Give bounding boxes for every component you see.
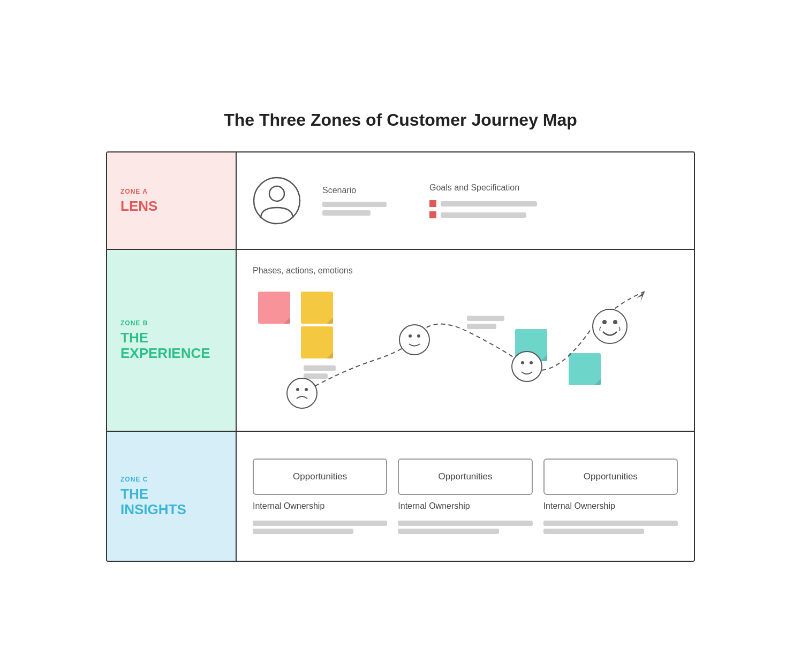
zone-c-title-line2: INSIGHTS — [120, 501, 186, 517]
insight-box-1: Opportunities — [253, 459, 387, 495]
svg-point-3 — [287, 378, 317, 408]
zone-a-row: ZONE A LENS Scenario — [107, 152, 694, 250]
scenario-bar-2 — [322, 210, 371, 216]
ownership-bar-3b — [543, 529, 644, 534]
svg-point-14 — [613, 320, 617, 324]
svg-point-10 — [521, 361, 524, 364]
zone-b-subtitle: Phases, actions, emotions — [253, 266, 678, 276]
zone-c-label: ZONE C THE INSIGHTS — [107, 432, 236, 561]
red-square-2 — [429, 211, 436, 218]
zone-b-letter: ZONE B — [120, 319, 222, 327]
zone-a-title: LENS — [120, 198, 222, 214]
zone-c-title: THE INSIGHTS — [120, 486, 222, 517]
red-square-1 — [429, 200, 436, 207]
insight-card-1-group: Opportunities Internal Ownership — [253, 459, 387, 534]
zone-a-inner: Scenario Goals and Specification — [253, 169, 678, 233]
goals-bar-2 — [441, 212, 526, 218]
svg-point-1 — [269, 186, 284, 201]
zone-c-row: ZONE C THE INSIGHTS Opportunities Intern… — [107, 432, 694, 561]
experience-visual — [253, 286, 678, 415]
goals-row-1 — [429, 200, 547, 207]
ownership-bar-2b — [398, 529, 498, 534]
svg-point-12 — [593, 309, 627, 343]
sticky-yellow-1 — [301, 292, 333, 324]
insight-box-1-label: Opportunities — [293, 471, 347, 482]
person-icon — [253, 177, 301, 225]
zone-b-title-line1: THE — [120, 330, 148, 346]
zone-a-content: Scenario Goals and Specification — [236, 152, 694, 249]
zone-c-title-line1: THE — [120, 486, 148, 502]
gray-line-b1 — [304, 365, 336, 371]
goals-bar-1 — [441, 201, 537, 207]
zone-b-row: ZONE B THE EXPERIENCE Phases, actions, e… — [107, 250, 694, 432]
zone-c-letter: ZONE C — [120, 476, 222, 483]
ownership-bar-1b — [253, 529, 353, 534]
ownership-bar-1a — [253, 521, 387, 526]
gray-line-b4 — [467, 324, 496, 329]
insight-box-3-label: Opportunities — [584, 471, 638, 482]
goals-block: Goals and Specification — [429, 183, 547, 218]
insight-box-2-label: Opportunities — [438, 471, 492, 482]
sticky-yellow-2 — [301, 326, 333, 358]
svg-point-11 — [530, 361, 533, 364]
svg-marker-2 — [637, 292, 645, 302]
zone-b-content: Phases, actions, emotions — [236, 250, 694, 431]
sticky-teal-2 — [569, 353, 601, 385]
sticky-teal-1 — [515, 329, 547, 361]
insight-box-2: Opportunities — [398, 459, 532, 495]
zone-b-title-line2: EXPERIENCE — [120, 345, 210, 361]
ownership-bar-3a — [543, 521, 678, 526]
gray-line-b3 — [467, 316, 504, 321]
svg-point-7 — [409, 334, 412, 338]
sticky-pink — [258, 292, 290, 324]
gray-lines-group-1 — [304, 365, 336, 379]
page-title: The Three Zones of Customer Journey Map — [106, 110, 695, 130]
diagram: ZONE A LENS Scenario — [106, 151, 695, 562]
ownership-label-1: Internal Ownership — [253, 501, 387, 511]
zone-c-content: Opportunities Internal Ownership Opportu… — [236, 432, 694, 561]
ownership-label-2: Internal Ownership — [398, 501, 532, 511]
zone-a-label: ZONE A LENS — [107, 152, 236, 249]
scenario-label: Scenario — [322, 186, 408, 195]
svg-point-5 — [305, 388, 308, 391]
zone-b-inner: Phases, actions, emotions — [253, 266, 678, 415]
main-container: The Three Zones of Customer Journey Map … — [106, 110, 695, 562]
svg-point-13 — [602, 320, 607, 324]
gray-line-b2 — [304, 373, 328, 379]
goals-row-2 — [429, 211, 547, 218]
insight-box-3: Opportunities — [543, 459, 678, 495]
svg-point-6 — [399, 325, 429, 355]
ownership-lines-1 — [253, 521, 387, 534]
goals-label: Goals and Specification — [429, 183, 547, 193]
gray-lines-group-2 — [467, 316, 504, 329]
zone-b-title: THE EXPERIENCE — [120, 330, 222, 361]
insight-card-2-group: Opportunities Internal Ownership — [398, 459, 532, 534]
scenario-bar-1 — [322, 202, 387, 207]
ownership-bar-2a — [398, 521, 532, 526]
insight-card-3-group: Opportunities Internal Ownership — [543, 459, 678, 534]
zone-b-label: ZONE B THE EXPERIENCE — [107, 250, 236, 431]
zone-a-letter: ZONE A — [120, 188, 222, 195]
ownership-lines-3 — [543, 521, 678, 534]
zone-c-inner: Opportunities Internal Ownership Opportu… — [253, 448, 678, 545]
svg-point-8 — [417, 334, 420, 338]
ownership-lines-2 — [398, 521, 532, 534]
svg-point-4 — [296, 388, 299, 391]
scenario-block: Scenario — [322, 186, 408, 216]
ownership-label-3: Internal Ownership — [543, 501, 678, 511]
